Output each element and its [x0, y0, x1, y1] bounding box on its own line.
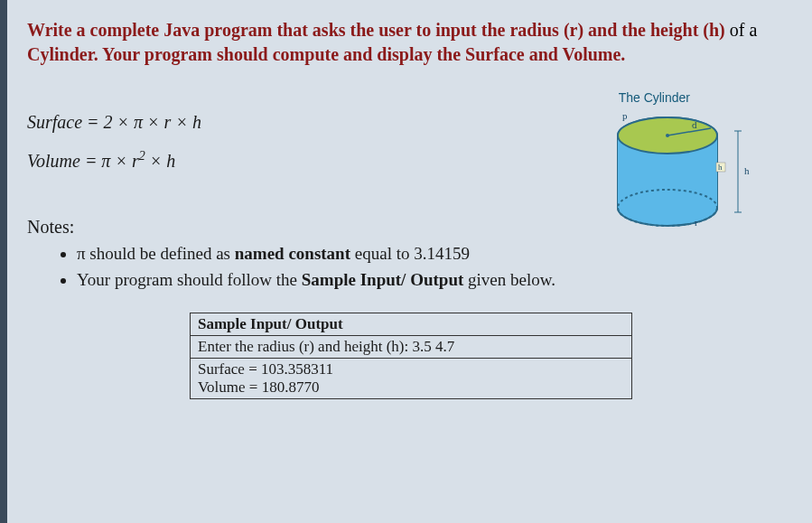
cyl-r-label: r — [695, 217, 698, 228]
note2-end: given below. — [468, 270, 555, 289]
prompt-and: and the — [588, 20, 650, 40]
problem-statement: Write a complete Java program that asks … — [27, 18, 785, 67]
svg-point-6 — [666, 134, 669, 137]
note2-bold: Sample Input/ Output — [302, 270, 468, 289]
cyl-d-label: d — [692, 119, 697, 130]
cyl-h2-label: h — [744, 165, 750, 176]
sample-io-table: Sample Input/ Output Enter the radius (r… — [190, 313, 632, 399]
sample-header: Sample Input/ Output — [191, 313, 632, 335]
prompt-radius: radius (r) — [509, 20, 588, 40]
note1-bold: named constant — [235, 244, 355, 263]
sample-volume-output: Volume = 180.8770 — [198, 378, 624, 397]
prompt-text-1: Write a complete Java program that asks … — [27, 20, 509, 40]
note-item-1: π should be defined as named constant eq… — [77, 241, 785, 266]
prompt-surface: Surface — [465, 44, 529, 64]
volume-post: × h — [145, 151, 176, 171]
prompt-height: height (h) — [650, 20, 730, 40]
cyl-p-label: p — [622, 110, 628, 121]
note-item-2: Your program should follow the Sample In… — [77, 267, 785, 293]
cylinder-diagram: p d r h h — [604, 108, 758, 239]
prompt-volume: Volume. — [563, 44, 626, 64]
cyl-h-label: h — [718, 163, 723, 172]
note1-pi: π — [77, 244, 89, 263]
left-margin-border — [0, 0, 7, 523]
cylinder-title: The Cylinder — [619, 90, 690, 105]
sample-surface-output: Surface = 103.358311 — [198, 360, 624, 378]
prompt-ofa: of a — [730, 20, 758, 40]
note1-end: equal to 3.14159 — [355, 244, 470, 263]
prompt-and2: and — [529, 44, 563, 64]
sample-input-line: Enter the radius (r) and height (h): 3.5… — [191, 335, 632, 358]
volume-pre: Volume = π × r — [27, 151, 139, 171]
note1-rest: should be defined as — [89, 244, 234, 263]
sample-output-cell: Surface = 103.358311 Volume = 180.8770 — [191, 358, 632, 398]
note2-start: Your program should follow the — [77, 270, 302, 289]
prompt-rest: Your program should compute and display … — [102, 44, 465, 64]
notes-list: π should be defined as named constant eq… — [27, 241, 785, 293]
volume-sup: 2 — [139, 149, 145, 163]
prompt-cylinder: Cylinder. — [27, 44, 102, 64]
